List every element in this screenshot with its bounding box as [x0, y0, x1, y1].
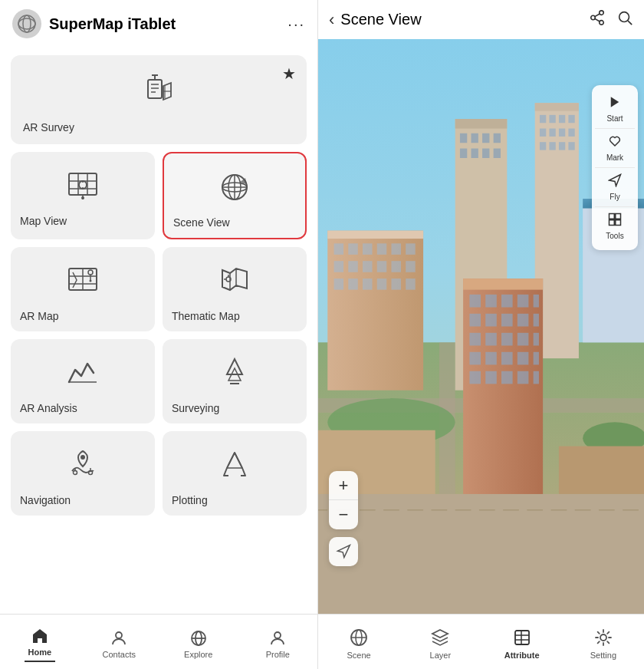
svg-rect-102 [334, 278, 343, 290]
navigation-label: Navigation [20, 494, 71, 506]
surveying-label: Surveying [172, 402, 219, 414]
more-menu-button[interactable]: ··· [288, 15, 305, 33]
svg-rect-134 [534, 371, 539, 384]
svg-marker-39 [227, 359, 242, 374]
svg-rect-151 [515, 631, 529, 644]
start-icon [608, 95, 622, 113]
float-toolbar: Start Mark Fly [592, 85, 638, 250]
svg-rect-103 [348, 278, 357, 290]
svg-rect-72 [540, 142, 546, 150]
svg-point-46 [116, 632, 122, 638]
grid-row-4: Navigation Plotting [11, 431, 307, 516]
nav-home[interactable]: Home [0, 622, 80, 662]
svg-rect-82 [460, 149, 467, 158]
svg-rect-94 [391, 243, 400, 255]
thematic-map-label: Thematic Map [172, 310, 240, 322]
svg-rect-63 [535, 103, 579, 110]
scene-nav-icon [349, 628, 369, 648]
svg-rect-88 [327, 231, 423, 391]
svg-rect-100 [391, 261, 400, 272]
ar-survey-label: AR Survey [23, 121, 74, 133]
scene-view-title: Scene View [340, 11, 583, 28]
svg-rect-83 [471, 149, 478, 158]
card-navigation[interactable]: Navigation [11, 431, 155, 516]
card-plotting[interactable]: Plotting [163, 431, 307, 516]
toolbar-fly[interactable]: Fly [595, 168, 635, 207]
svg-rect-122 [501, 333, 513, 346]
mark-icon [608, 134, 622, 152]
svg-rect-105 [377, 278, 386, 290]
svg-rect-127 [501, 352, 513, 365]
rnav-attribute[interactable]: Attribute [481, 625, 563, 660]
svg-rect-121 [485, 333, 497, 346]
svg-rect-77 [455, 119, 508, 128]
svg-rect-73 [549, 142, 555, 150]
svg-point-50 [274, 632, 281, 638]
toolbar-mark-label: Mark [606, 153, 623, 162]
rnav-attribute-label: Attribute [504, 651, 540, 660]
rnav-layer[interactable]: Layer [399, 625, 481, 660]
svg-rect-89 [327, 231, 423, 239]
svg-rect-90 [334, 243, 343, 255]
toolbar-tools[interactable]: Tools [595, 207, 635, 246]
card-ar-map[interactable]: AR Map [11, 247, 155, 331]
svg-rect-93 [377, 243, 386, 255]
share-icon[interactable] [589, 9, 606, 30]
profile-icon [268, 629, 287, 648]
toolbar-start[interactable]: Start [595, 90, 635, 129]
svg-rect-114 [534, 295, 539, 308]
svg-rect-132 [501, 371, 513, 384]
surveying-icon-area [172, 351, 297, 394]
nav-explore[interactable]: Explore [159, 625, 238, 659]
card-ar-survey[interactable]: ★ AR Survey [11, 55, 307, 144]
map-view-label: Map View [20, 215, 67, 227]
plotting-label: Plotting [172, 494, 208, 506]
navigation-icon [61, 443, 104, 486]
svg-rect-65 [549, 115, 555, 123]
grid-row-1: Map View Scene View [11, 152, 307, 239]
svg-rect-144 [610, 220, 615, 226]
toolbar-fly-label: Fly [610, 193, 619, 201]
svg-rect-80 [482, 133, 489, 143]
toolbar-mark[interactable]: Mark [595, 129, 635, 168]
svg-point-43 [74, 471, 77, 475]
card-scene-view[interactable]: Scene View [163, 152, 307, 239]
svg-rect-115 [469, 314, 481, 327]
svg-rect-120 [469, 333, 481, 346]
svg-rect-99 [377, 261, 386, 272]
ar-map-label: AR Map [20, 310, 59, 322]
rnav-scene[interactable]: Scene [318, 625, 399, 660]
svg-rect-69 [549, 129, 555, 137]
svg-rect-12 [69, 173, 97, 195]
zoom-in-button[interactable]: + [329, 471, 358, 500]
svg-rect-113 [518, 295, 529, 308]
svg-rect-71 [568, 129, 574, 137]
svg-rect-112 [501, 295, 513, 308]
svg-rect-143 [616, 214, 621, 219]
zoom-out-button[interactable]: − [329, 500, 358, 529]
grid-row-2: AR Map Thematic Map [11, 247, 307, 331]
nav-profile[interactable]: Profile [238, 625, 318, 659]
toolbar-start-label: Start [606, 114, 623, 123]
back-button[interactable]: ‹ [329, 10, 334, 30]
svg-rect-75 [568, 142, 574, 150]
contacts-icon [110, 629, 128, 648]
nav-explore-label: Explore [184, 650, 212, 659]
svg-rect-67 [568, 115, 574, 123]
card-ar-analysis[interactable]: AR Analysis [11, 339, 155, 423]
svg-rect-106 [391, 278, 400, 290]
card-map-view[interactable]: Map View [11, 152, 155, 239]
search-icon[interactable] [616, 9, 633, 30]
scene-map-area[interactable]: Start Mark Fly [318, 39, 644, 614]
location-button[interactable] [329, 537, 358, 566]
card-thematic-map[interactable]: Thematic Map [163, 247, 307, 331]
svg-rect-66 [559, 115, 565, 123]
app-grid: ★ AR Survey [0, 48, 317, 614]
nav-contacts[interactable]: Contacts [80, 625, 159, 659]
zoom-controls: + − [329, 471, 358, 529]
rnav-setting[interactable]: Setting [563, 625, 644, 660]
plotting-icon [213, 443, 256, 486]
star-icon[interactable]: ★ [282, 64, 296, 83]
svg-rect-123 [518, 333, 529, 346]
card-surveying[interactable]: Surveying [163, 339, 307, 423]
